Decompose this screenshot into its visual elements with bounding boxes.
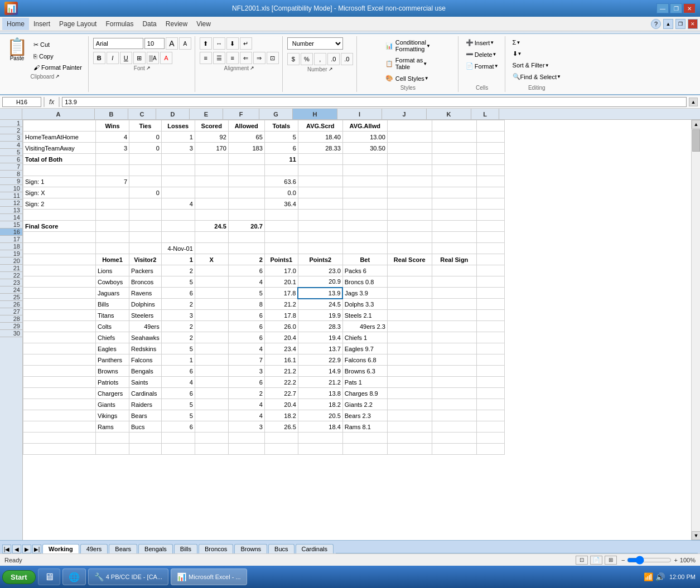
view-layout-button[interactable]: 📄 — [590, 556, 602, 565]
cell-28-6[interactable]: 26.5 — [264, 421, 298, 433]
cell-23-2[interactable]: Bengals — [129, 366, 162, 377]
cell-13-8[interactable]: Bet — [342, 254, 387, 265]
table-row[interactable] — [23, 232, 505, 243]
cell-16-8[interactable]: Jags 3.9 — [342, 288, 387, 299]
table-row[interactable]: JaguarsRavens6517.813.9Jags 3.9 — [23, 288, 505, 299]
table-row[interactable]: Sign: 1763.6 — [23, 176, 505, 187]
cell-4-11[interactable] — [476, 154, 504, 165]
cell-28-3[interactable]: 6 — [161, 421, 195, 433]
cell-5-2[interactable] — [129, 165, 162, 176]
cell-27-10[interactable] — [432, 410, 476, 421]
cell-13-0[interactable] — [23, 254, 96, 265]
cell-7-4[interactable] — [195, 187, 228, 198]
cell-26-3[interactable]: 5 — [161, 399, 195, 410]
cell-1-0[interactable] — [23, 120, 96, 132]
cell-19-1[interactable]: Colts — [96, 321, 129, 332]
cell-17-9[interactable] — [387, 299, 432, 310]
cell-7-1[interactable] — [96, 187, 129, 198]
cell-15-11[interactable] — [476, 276, 504, 288]
menu-data[interactable]: Data — [138, 18, 161, 30]
cell-25-9[interactable] — [387, 388, 432, 399]
cell-28-10[interactable] — [432, 421, 476, 433]
cell-29-5[interactable] — [228, 433, 264, 444]
cell-6-0[interactable]: Sign: 1 — [23, 176, 96, 187]
table-row[interactable] — [23, 165, 505, 176]
increase-decimal-button[interactable]: .0 — [327, 53, 340, 65]
cell-12-10[interactable] — [432, 243, 476, 254]
cell-18-11[interactable] — [476, 310, 504, 321]
cell-6-8[interactable] — [342, 176, 387, 187]
cell-22-0[interactable] — [23, 354, 96, 366]
cell-14-0[interactable] — [23, 265, 96, 276]
row-header-10[interactable]: 10 — [0, 185, 22, 192]
cell-12-11[interactable] — [476, 243, 504, 254]
cell-12-2[interactable] — [129, 243, 162, 254]
menu-page-layout[interactable]: Page Layout — [55, 18, 101, 30]
cell-3-0[interactable]: VisitingTeamAway — [23, 143, 96, 154]
zoom-out-button[interactable]: − — [621, 557, 625, 563]
delete-button[interactable]: ➖ Delete ▼ — [463, 49, 500, 60]
col-header-l[interactable]: L — [471, 109, 499, 119]
col-header-b[interactable]: B — [95, 109, 128, 119]
table-row[interactable]: BillsDolphins2821.224.5Dolphs 3.3 — [23, 299, 505, 310]
window-restore-button[interactable]: ❐ — [675, 19, 685, 29]
taskbar-item-excel[interactable]: 📊 Microsoft Excel - ... — [171, 568, 247, 585]
cell-19-5[interactable]: 6 — [228, 321, 264, 332]
row-header-14[interactable]: 14 — [0, 214, 22, 221]
cell-30-10[interactable] — [432, 444, 476, 455]
cell-17-0[interactable] — [23, 299, 96, 310]
show-desktop-button[interactable]: 🖥 — [38, 568, 60, 585]
cell-18-2[interactable]: Steelers — [129, 310, 162, 321]
col-header-j[interactable]: J — [382, 109, 427, 119]
cell-22-10[interactable] — [432, 354, 476, 366]
cell-2-8[interactable]: 13.00 — [342, 132, 387, 143]
cell-11-7[interactable] — [298, 232, 342, 243]
cell-21-0[interactable] — [23, 343, 96, 354]
cell-16-3[interactable]: 6 — [161, 288, 195, 299]
cell-23-0[interactable] — [23, 366, 96, 377]
cell-3-3[interactable]: 3 — [161, 143, 195, 154]
col-header-i[interactable]: I — [337, 109, 382, 119]
window-close-button[interactable]: ✕ — [688, 19, 698, 29]
row-header-1[interactable]: 1 — [0, 120, 22, 127]
decrease-decimal-button[interactable]: .0 — [341, 53, 353, 65]
cell-9-3[interactable] — [161, 210, 195, 221]
cell-28-4[interactable] — [195, 421, 228, 433]
cell-10-8[interactable] — [342, 221, 387, 232]
cell-17-4[interactable] — [195, 299, 228, 310]
row-header-23[interactable]: 23 — [0, 279, 22, 286]
cell-28-1[interactable]: Rams — [96, 421, 129, 433]
cell-28-0[interactable] — [23, 421, 96, 433]
menu-insert[interactable]: Insert — [29, 18, 55, 30]
table-row[interactable]: PatriotsSaints4622.221.2Pats 1 — [23, 377, 505, 388]
cell-14-7[interactable]: 23.0 — [298, 265, 342, 276]
cell-24-7[interactable]: 21.2 — [298, 377, 342, 388]
close-button[interactable]: ✕ — [683, 3, 696, 13]
cell-19-7[interactable]: 28.3 — [298, 321, 342, 332]
cell-19-9[interactable] — [387, 321, 432, 332]
cell-8-8[interactable] — [342, 198, 387, 210]
row-header-22[interactable]: 22 — [0, 272, 22, 279]
cell-2-0[interactable]: HomeTeamAtHome — [23, 132, 96, 143]
cell-20-1[interactable]: Chiefs — [96, 332, 129, 343]
cell-25-0[interactable] — [23, 388, 96, 399]
cell-reference-box[interactable] — [2, 97, 41, 107]
cell-1-11[interactable] — [476, 120, 504, 132]
table-row[interactable]: ChiefsSeahawks2620.419.4Chiefs 1 — [23, 332, 505, 343]
cell-24-10[interactable] — [432, 377, 476, 388]
cell-27-6[interactable]: 18.2 — [264, 410, 298, 421]
cell-10-1[interactable] — [96, 221, 129, 232]
cell-14-5[interactable]: 6 — [228, 265, 264, 276]
insert-button[interactable]: ➕ Insert ▼ — [463, 37, 497, 48]
paste-button[interactable]: 📋 Paste — [6, 37, 28, 62]
cell-13-4[interactable]: X — [195, 254, 228, 265]
table-row[interactable] — [23, 210, 505, 221]
cell-16-1[interactable]: Jaguars — [96, 288, 129, 299]
cell-5-9[interactable] — [387, 165, 432, 176]
cell-22-9[interactable] — [387, 354, 432, 366]
cell-7-5[interactable] — [228, 187, 264, 198]
cell-23-9[interactable] — [387, 366, 432, 377]
cell-30-7[interactable] — [298, 444, 342, 455]
cell-21-3[interactable]: 5 — [161, 343, 195, 354]
cut-button[interactable]: ✂ Cut — [31, 40, 85, 50]
